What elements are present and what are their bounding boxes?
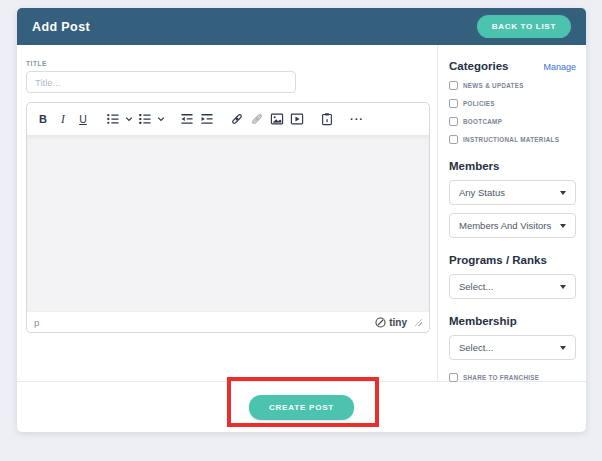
member-status-select[interactable]: Any Status (449, 180, 576, 205)
select-value: Select... (459, 342, 493, 353)
checkbox-icon[interactable] (449, 99, 458, 108)
checkbox-icon[interactable] (449, 373, 458, 382)
checkbox-icon[interactable] (449, 81, 458, 90)
element-path: p (34, 317, 39, 328)
unlink-icon[interactable] (247, 107, 267, 131)
sidebar: Categories Manage NEWS & UPDATES POLICIE… (437, 45, 586, 381)
numbered-list-dropdown-icon[interactable] (155, 107, 167, 131)
indent-icon[interactable] (197, 107, 217, 131)
chevron-down-icon (560, 224, 566, 228)
tinymce-branding: tiny (375, 317, 422, 328)
link-icon[interactable] (227, 107, 247, 131)
checkbox-icon[interactable] (449, 117, 458, 126)
category-label: BOOTCAMP (463, 118, 502, 125)
page-title: Add Post (32, 20, 90, 34)
underline-icon[interactable]: U (73, 107, 93, 131)
numbered-list-icon[interactable] (135, 107, 155, 131)
bullet-list-icon[interactable] (103, 107, 123, 131)
chevron-down-icon (560, 346, 566, 350)
manage-categories-link[interactable]: Manage (543, 62, 576, 72)
main-column: TITLE B I U (17, 45, 437, 381)
chevron-down-icon (560, 191, 566, 195)
image-icon[interactable] (267, 107, 287, 131)
programs-ranks-heading: Programs / Ranks (449, 254, 576, 266)
media-icon[interactable] (287, 107, 307, 131)
members-heading: Members (449, 160, 576, 172)
title-input[interactable] (26, 71, 296, 93)
category-checkbox-row[interactable]: POLICIES (449, 99, 576, 108)
membership-select[interactable]: Select... (449, 335, 576, 360)
bullet-list-dropdown-icon[interactable] (123, 107, 135, 131)
share-to-franchise-checkbox-row[interactable]: SHARE TO FRANCHISE (449, 373, 576, 382)
title-label: TITLE (26, 60, 430, 67)
card-body: TITLE B I U (17, 45, 586, 381)
category-label: POLICIES (463, 100, 495, 107)
chevron-down-icon (560, 285, 566, 289)
editor-toolbar: B I U (27, 103, 429, 135)
category-checkbox-row[interactable]: INSTRUCTIONAL MATERIALS (449, 135, 576, 144)
member-audience-select[interactable]: Members And Visitors (449, 213, 576, 238)
tiny-brand-label: tiny (389, 317, 407, 328)
category-label: NEWS & UPDATES (463, 82, 524, 89)
italic-icon[interactable]: I (53, 107, 73, 131)
select-value: Members And Visitors (459, 220, 551, 231)
membership-heading: Membership (449, 315, 576, 327)
category-label: INSTRUCTIONAL MATERIALS (463, 136, 559, 143)
back-to-list-button[interactable]: BACK TO LIST (477, 15, 571, 38)
bold-icon[interactable]: B (33, 107, 53, 131)
category-checkbox-row[interactable]: NEWS & UPDATES (449, 81, 576, 90)
categories-heading: Categories (449, 60, 508, 72)
programs-ranks-select[interactable]: Select... (449, 274, 576, 299)
editor-resize-handle[interactable] (415, 319, 422, 326)
paste-icon[interactable] (317, 107, 337, 131)
add-post-card: Add Post BACK TO LIST TITLE B I U (17, 8, 586, 432)
more-toolbar-icon[interactable]: ··· (347, 107, 367, 131)
editor-content-area[interactable] (27, 135, 429, 311)
share-to-franchise-label: SHARE TO FRANCHISE (463, 374, 539, 381)
create-post-button[interactable]: CREATE POST (249, 395, 354, 420)
tiny-logo-icon (375, 317, 386, 328)
rich-text-editor: B I U (26, 102, 430, 333)
category-checkbox-row[interactable]: BOOTCAMP (449, 117, 576, 126)
page: Add Post BACK TO LIST TITLE B I U (0, 0, 602, 461)
card-header: Add Post BACK TO LIST (17, 8, 586, 45)
checkbox-icon[interactable] (449, 135, 458, 144)
card-footer: CREATE POST (17, 381, 586, 432)
editor-status-bar: p tiny (27, 311, 429, 332)
outdent-icon[interactable] (177, 107, 197, 131)
select-value: Any Status (459, 187, 505, 198)
select-value: Select... (459, 281, 493, 292)
